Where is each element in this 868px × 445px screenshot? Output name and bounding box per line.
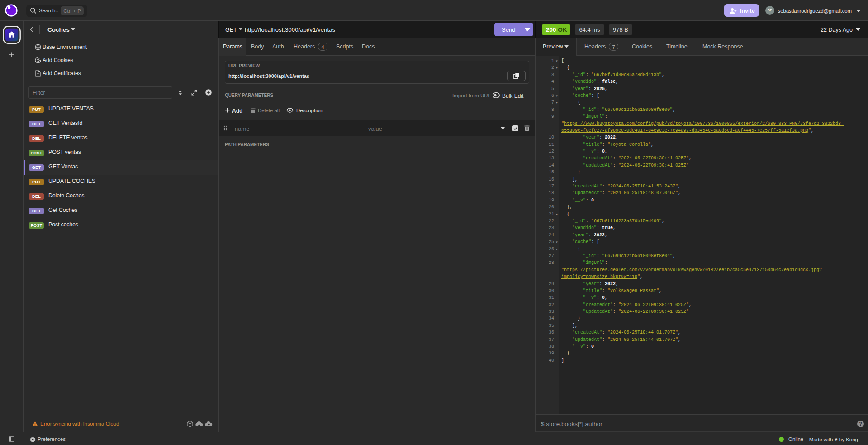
- svg-text:?: ?: [859, 421, 862, 426]
